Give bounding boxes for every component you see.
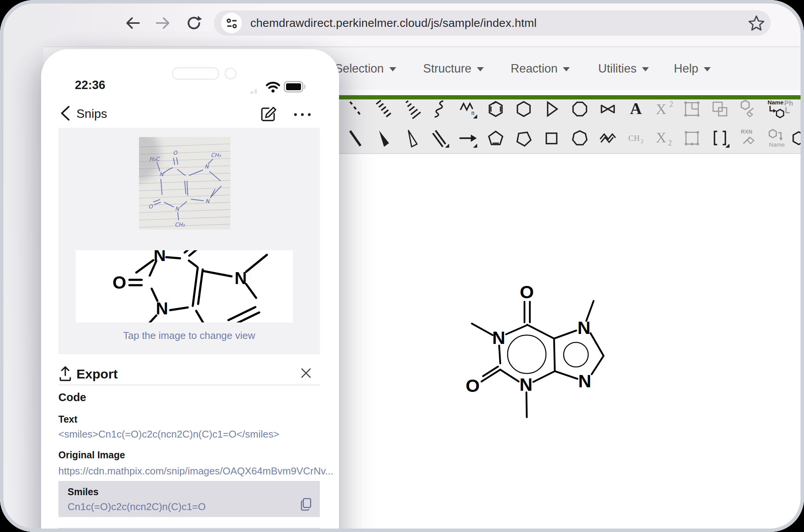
original-photo-image[interactable]: H₃C O CH₃ N N O N N CH₃ xyxy=(139,137,230,230)
text-label: Text xyxy=(58,414,78,425)
atom-label-o2: O xyxy=(466,375,480,396)
text-tool-icon[interactable]: A xyxy=(626,99,646,119)
methylene-label-icon[interactable]: CH2 xyxy=(626,128,646,148)
rxn-cleanup-icon[interactable]: RXN xyxy=(738,128,758,148)
sketch-label-ch3-bottom: CH₃ xyxy=(175,221,185,228)
forward-icon[interactable] xyxy=(154,14,172,32)
cyclobutane-ring-icon[interactable] xyxy=(542,128,562,148)
chevron-down-icon xyxy=(563,67,570,71)
chain-tool-icon[interactable] xyxy=(598,128,618,148)
reload-icon[interactable] xyxy=(185,14,203,32)
cyclopentane-ring-icon[interactable] xyxy=(514,128,534,148)
status-time: 22:36 xyxy=(75,78,105,92)
sketch-label-n1: N xyxy=(159,171,164,177)
benzene-cut-icon[interactable] xyxy=(783,128,803,148)
viewer-caption: Tap the image to change view xyxy=(58,330,320,342)
solid-bond-icon[interactable] xyxy=(346,128,366,148)
sketch-label-n7: N xyxy=(205,164,209,170)
hollow-wedge-bond-icon[interactable] xyxy=(402,128,422,148)
code-heading: Code xyxy=(58,391,86,404)
menu-label: Utilities xyxy=(598,62,637,75)
svg-text:Name: Name xyxy=(768,99,784,106)
text-smiles-value[interactable]: <smiles>Cn1c(=O)c2c(ncn2C)n(C)c1=O</smil… xyxy=(58,428,279,440)
menu-utilities[interactable]: Utilities xyxy=(598,47,649,90)
svg-text:n: n xyxy=(471,109,475,116)
cellular-icon xyxy=(250,86,263,96)
export-divider xyxy=(58,385,320,385)
upload-icon xyxy=(59,366,72,383)
reaction-arrow-icon[interactable] xyxy=(458,128,478,148)
repeat-unit-icon[interactable]: n xyxy=(458,99,478,119)
phenyl-shortcut-icon[interactable]: Ph xyxy=(783,99,803,119)
svg-text:2: 2 xyxy=(641,138,644,144)
caffeine-structure-drawing: O N O N N N xyxy=(449,269,649,454)
bracket-tool-icon[interactable] xyxy=(710,128,730,148)
cyclopentadiene-ring-icon[interactable] xyxy=(486,128,506,148)
phone-camera xyxy=(225,68,237,79)
svg-text:2: 2 xyxy=(669,100,673,108)
cycloheptane-ring-icon[interactable] xyxy=(570,128,590,148)
svg-text:2: 2 xyxy=(668,139,672,147)
window-left-gutter xyxy=(3,3,43,529)
render-label-n-mid: N xyxy=(156,299,168,318)
menu-reaction[interactable]: Reaction xyxy=(511,47,570,90)
atom-label-o6: O xyxy=(520,282,534,302)
menu-selection[interactable]: Selection xyxy=(335,47,396,90)
hash-bond-icon[interactable] xyxy=(374,99,394,119)
original-image-label: Original Image xyxy=(58,449,125,461)
atom-label-n7: N xyxy=(577,317,591,338)
menu-structure[interactable]: Structure xyxy=(423,47,484,90)
back-icon[interactable] xyxy=(124,14,141,32)
smiles-label: Smiles xyxy=(68,486,99,497)
atom-label-n1: N xyxy=(492,327,505,348)
table-frame-icon[interactable] xyxy=(682,99,702,119)
svg-text:Ph: Ph xyxy=(784,99,793,107)
export-title: Export xyxy=(76,367,118,382)
crossed-chain-icon[interactable] xyxy=(598,99,618,119)
more-dots-icon[interactable] xyxy=(290,111,311,117)
svg-text:X: X xyxy=(656,101,666,117)
superscript-tool-icon[interactable]: X2 xyxy=(654,99,674,119)
cyclooctane-ring-icon[interactable] xyxy=(570,99,590,119)
url-text[interactable]: chemdrawdirect.perkinelmer.cloud/js/samp… xyxy=(250,10,537,36)
bold-wedge-bond-icon[interactable] xyxy=(374,128,394,148)
compose-icon[interactable] xyxy=(260,106,276,124)
cyclopropane-ring-icon[interactable] xyxy=(542,99,562,119)
subscript-tool-icon[interactable]: X2 xyxy=(654,128,674,148)
double-bond-icon[interactable] xyxy=(430,128,450,148)
dashed-bond-icon[interactable] xyxy=(346,99,366,119)
hash-wedge-bond-icon[interactable] xyxy=(402,99,422,119)
svg-text:Name: Name xyxy=(769,141,785,148)
battery-icon xyxy=(284,81,306,94)
menu-label: Help xyxy=(674,62,698,75)
rendered-structure-image[interactable]: N O N N xyxy=(76,250,293,322)
render-label-o: O xyxy=(112,273,126,292)
copy-icon[interactable] xyxy=(300,498,312,512)
bookmark-star-icon[interactable] xyxy=(747,14,766,34)
site-settings-icon xyxy=(226,18,238,31)
sketch-label-n9: N xyxy=(205,198,210,204)
menu-label: Structure xyxy=(423,62,471,75)
frame-tool-icon[interactable] xyxy=(682,128,702,148)
render-label-n-top: N xyxy=(154,250,166,264)
sketch-label-ch3-top: CH₃ xyxy=(211,152,221,158)
phone-mockup: 22:36 Snips xyxy=(41,49,339,532)
group-frame-icon[interactable] xyxy=(710,99,730,119)
original-image-link[interactable]: https://cdn.mathpix.com/snip/images/OAQX… xyxy=(58,465,333,477)
wavy-bond-icon[interactable] xyxy=(430,99,450,119)
close-icon[interactable] xyxy=(300,367,312,381)
next-export-row[interactable] xyxy=(58,528,320,532)
menu-help[interactable]: Help xyxy=(674,47,711,90)
chevron-down-icon xyxy=(389,67,396,71)
clean-structure-icon[interactable] xyxy=(738,99,758,119)
render-label-n-right: N xyxy=(235,269,247,287)
cyclohexane-ring-icon[interactable] xyxy=(514,99,534,119)
back-chevron-icon[interactable] xyxy=(59,105,72,123)
svg-text:A: A xyxy=(630,99,642,117)
smiles-row[interactable]: Smiles Cn1c(=O)c2c(ncn2C)n(C)c1=O xyxy=(58,481,320,517)
svg-text:X: X xyxy=(656,129,666,145)
chevron-down-icon xyxy=(704,67,711,71)
sketch-label-h3c: H₃C xyxy=(149,156,160,162)
benzene-ring-icon[interactable] xyxy=(486,99,506,119)
smiles-value: Cn1c(=O)c2c(ncn2C)n(C)c1=O xyxy=(68,501,206,513)
